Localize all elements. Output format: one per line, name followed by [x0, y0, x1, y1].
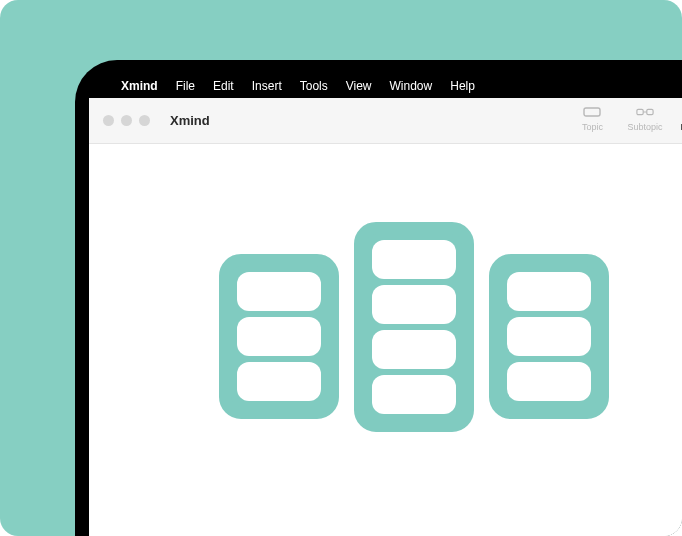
- window-minimize-icon[interactable]: [121, 115, 132, 126]
- column-cell[interactable]: [507, 317, 591, 356]
- column-cell[interactable]: [507, 272, 591, 311]
- menubar-edit[interactable]: Edit: [213, 79, 234, 93]
- column-cell[interactable]: [372, 285, 456, 324]
- toolbar-subtopic-label: Subtopic: [627, 122, 662, 132]
- menubar-file[interactable]: File: [176, 79, 195, 93]
- window-title: Xmind: [170, 113, 210, 128]
- toolbar-topic-button[interactable]: Topic: [575, 104, 609, 132]
- subtopic-icon: [636, 104, 654, 120]
- column-cell[interactable]: [237, 362, 321, 401]
- svg-rect-0: [584, 108, 600, 116]
- macos-menubar: Xmind File Edit Insert Tools View Window…: [89, 74, 682, 98]
- menubar-help[interactable]: Help: [450, 79, 475, 93]
- column-cell[interactable]: [507, 362, 591, 401]
- column-cell[interactable]: [237, 317, 321, 356]
- column-cell[interactable]: [237, 272, 321, 311]
- svg-rect-2: [647, 109, 653, 114]
- column-cell[interactable]: [372, 330, 456, 369]
- menubar-window[interactable]: Window: [390, 79, 433, 93]
- app-toolbar: Topic Subtopic Relationship: [575, 98, 682, 143]
- mindmap-canvas[interactable]: [89, 144, 682, 536]
- topic-icon: [583, 104, 601, 120]
- menubar-tools[interactable]: Tools: [300, 79, 328, 93]
- window-traffic-lights[interactable]: [103, 115, 150, 126]
- menubar-insert[interactable]: Insert: [252, 79, 282, 93]
- column-shape-left[interactable]: [219, 254, 339, 419]
- window-titlebar: Xmind Topic Subtopic: [89, 98, 682, 144]
- column-cell[interactable]: [372, 240, 456, 279]
- promo-stage: Xmind File Edit Insert Tools View Window…: [0, 0, 682, 536]
- menubar-app-name[interactable]: Xmind: [121, 79, 158, 93]
- column-cell[interactable]: [372, 375, 456, 414]
- column-shape-center[interactable]: [354, 222, 474, 432]
- window-zoom-icon[interactable]: [139, 115, 150, 126]
- laptop-bezel: Xmind File Edit Insert Tools View Window…: [75, 60, 682, 536]
- laptop-screen: Xmind File Edit Insert Tools View Window…: [89, 74, 682, 536]
- toolbar-subtopic-button[interactable]: Subtopic: [627, 104, 662, 132]
- svg-rect-1: [637, 109, 643, 114]
- menubar-view[interactable]: View: [346, 79, 372, 93]
- toolbar-topic-label: Topic: [582, 122, 603, 132]
- column-shape-right[interactable]: [489, 254, 609, 419]
- window-close-icon[interactable]: [103, 115, 114, 126]
